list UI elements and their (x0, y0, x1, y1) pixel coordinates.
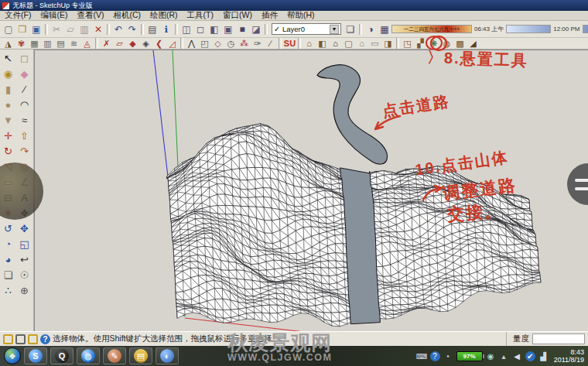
polygon-tool-icon[interactable]: ▼ (1, 113, 15, 128)
sandbox-from-scratch-icon[interactable]: ✾ (15, 38, 28, 49)
tool-icon[interactable]: ✑ (251, 38, 264, 49)
menu-item[interactable]: 相机(C) (108, 10, 145, 21)
menu-item[interactable]: 插件 (257, 10, 282, 21)
tool-icon[interactable]: ◿ (166, 38, 179, 49)
help-icon[interactable]: ? (40, 334, 50, 344)
panel-icon[interactable]: ▭ (368, 38, 381, 49)
tool-icon[interactable]: ▩ (453, 38, 467, 49)
menu-item[interactable]: 查看(V) (72, 10, 108, 21)
arc-tool-icon[interactable]: ◠ (17, 97, 32, 112)
tool-icon[interactable]: ⋀ (185, 38, 198, 49)
battery-indicator[interactable]: 97% (456, 351, 483, 361)
new-icon[interactable]: ▢ (2, 22, 15, 36)
stamp-icon[interactable]: ▥ (41, 38, 54, 49)
open-icon[interactable]: ❐ (15, 22, 29, 36)
pan-tool-icon[interactable]: ✥ (17, 221, 32, 236)
tool-icon[interactable]: ◢ (467, 38, 480, 49)
globe-app-icon-button[interactable]: ◍ (77, 347, 100, 364)
rotate-tool-icon[interactable]: ↻ (1, 144, 15, 159)
model-info-icon[interactable]: ℹ (159, 22, 173, 36)
shadow-time-slider-1[interactable] (506, 25, 551, 33)
flip-edge-icon[interactable]: ◬ (80, 38, 94, 49)
credit-icon[interactable]: ◉ (15, 334, 26, 344)
camera-icon[interactable]: ◉ (486, 351, 496, 361)
shadow-time-slider-2[interactable] (583, 25, 588, 33)
menu-item[interactable]: 工具(T) (183, 10, 218, 21)
claim-icon[interactable]: ◉ (28, 334, 38, 344)
redo-icon[interactable]: ↷ (125, 22, 139, 36)
zoom-tool-icon[interactable]: ◔ (1, 237, 15, 251)
house-icon[interactable]: ⌂ (303, 38, 316, 49)
zoom-window-icon[interactable]: ◱ (17, 237, 32, 251)
tool-icon[interactable]: ◇ (211, 38, 224, 49)
follow-me-icon[interactable]: ↷ (17, 144, 32, 159)
select-tool-icon[interactable]: ↖ (1, 51, 15, 66)
line-tool-icon[interactable]: ∕ (17, 82, 32, 97)
layer-combobox[interactable]: ✓ Layer0 ▼ (272, 23, 341, 35)
window-icon[interactable]: ▢ (342, 38, 355, 49)
shaded-style-icon[interactable]: ▣ (221, 22, 235, 36)
save-icon[interactable]: ▣ (29, 22, 43, 36)
shaded-textures-style-icon[interactable]: ■ (235, 22, 249, 36)
zoom-extents-icon[interactable]: ◕ (1, 252, 15, 267)
tool-icon[interactable]: ◷ (224, 38, 238, 49)
qq-icon-button[interactable]: Q (50, 347, 74, 364)
push-pull-icon[interactable]: ⇧ (17, 128, 32, 143)
add-detail-icon[interactable]: ≋ (67, 38, 80, 49)
menu-item[interactable]: 文件(F) (0, 10, 36, 21)
look-around-icon[interactable]: ☉ (17, 268, 32, 282)
walk-tool-icon[interactable]: ∴ (1, 283, 15, 298)
door-icon[interactable]: ◧ (316, 38, 329, 49)
freehand-tool-icon[interactable]: ≈ (17, 113, 32, 128)
tool-icon[interactable]: ◈ (139, 38, 152, 49)
geolocation-icon[interactable]: ◉ (3, 334, 13, 344)
tool-icon[interactable]: ◆ (126, 38, 139, 49)
security-shield-icon[interactable]: ✔ (525, 351, 535, 361)
combo-dropdown-arrow[interactable]: ▼ (330, 25, 339, 34)
drape-icon[interactable]: ▤ (54, 38, 67, 49)
tool-icon[interactable]: ❮ (152, 38, 166, 49)
tool-icon[interactable]: ▱ (113, 38, 126, 49)
tool-icon[interactable]: ◰ (198, 38, 211, 49)
menu-item[interactable]: 帮助(H) (282, 10, 320, 21)
tool-icon[interactable]: ◳ (401, 38, 414, 49)
su-plugin-icon[interactable]: SU (283, 38, 296, 49)
paint-bucket-icon[interactable]: ◉ (1, 67, 15, 81)
monochrome-style-icon[interactable]: ◪ (249, 22, 263, 36)
copy-icon[interactable]: ▱ (63, 22, 77, 36)
menu-item[interactable]: 窗口(W) (218, 10, 257, 21)
shadow-toggle-icon[interactable]: ▦ (378, 22, 391, 36)
wireframe-style-icon[interactable]: ◻ (193, 22, 207, 36)
browser-icon-button[interactable]: S (24, 347, 47, 364)
smoove-icon[interactable]: ▦ (28, 38, 41, 49)
menu-item[interactable]: 绘图(R) (145, 10, 183, 21)
start-button[interactable]: ❖ (4, 347, 21, 364)
position-camera-icon[interactable]: ❏ (1, 268, 15, 282)
layer-manager-icon[interactable]: ❏ (344, 22, 357, 36)
move-tool-icon[interactable]: ✛ (1, 128, 15, 143)
sandbox-from-contours-icon[interactable]: ◮ (2, 38, 15, 49)
tool-icon[interactable]: ∕ (264, 38, 277, 49)
menu-item[interactable]: 编辑(E) (36, 10, 72, 21)
update-icon[interactable]: ? (430, 351, 440, 361)
player-app-icon-button[interactable]: ◐ (156, 347, 179, 364)
folder-app-icon-button[interactable]: ▤ (129, 347, 152, 364)
measurement-input[interactable] (532, 334, 585, 344)
cut-icon[interactable]: ✂ (50, 22, 63, 36)
print-icon[interactable]: ▤ (145, 22, 159, 36)
xray-style-icon[interactable]: ◫ (179, 22, 193, 36)
orbit-tool-icon[interactable]: ↺ (1, 221, 15, 236)
volume-icon[interactable]: ◀ (512, 351, 522, 361)
ime-icon[interactable]: ⌨ (417, 351, 427, 361)
previous-view-icon[interactable]: ↩ (17, 252, 32, 267)
rectangle-tool-icon[interactable]: ▮ (1, 82, 15, 97)
eraser-icon[interactable]: ◆ (17, 67, 32, 81)
shadow-date-slider[interactable]: 一二三四五六七八九十++ (391, 25, 472, 33)
taskbar-clock[interactable]: 8:43 2011/8/19 (554, 348, 584, 364)
house-icon[interactable]: ⌂ (355, 38, 368, 49)
section-plane-icon[interactable]: ⊕ (17, 283, 32, 298)
erase-icon[interactable]: ✕ (91, 22, 105, 36)
tray-dot-icon[interactable]: • (443, 351, 453, 361)
undo-icon[interactable]: ↶ (111, 22, 125, 36)
tool-icon[interactable]: ⁂ (238, 38, 251, 49)
